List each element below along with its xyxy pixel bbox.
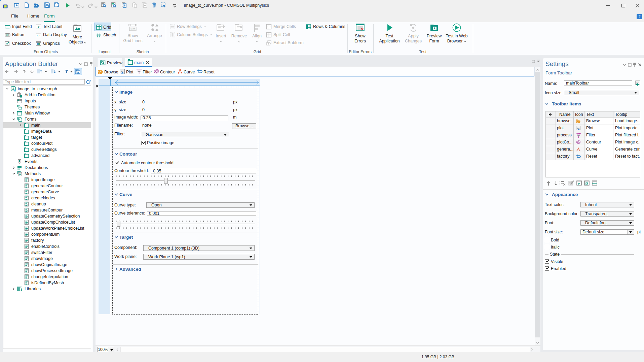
svg-text:OK: OK — [6, 34, 9, 36]
svg-text:1.23: 1.23 — [37, 35, 40, 37]
svg-text:1.23: 1.23 — [130, 28, 136, 31]
svg-text:A: A — [12, 87, 14, 91]
svg-text:T: T — [38, 25, 40, 29]
